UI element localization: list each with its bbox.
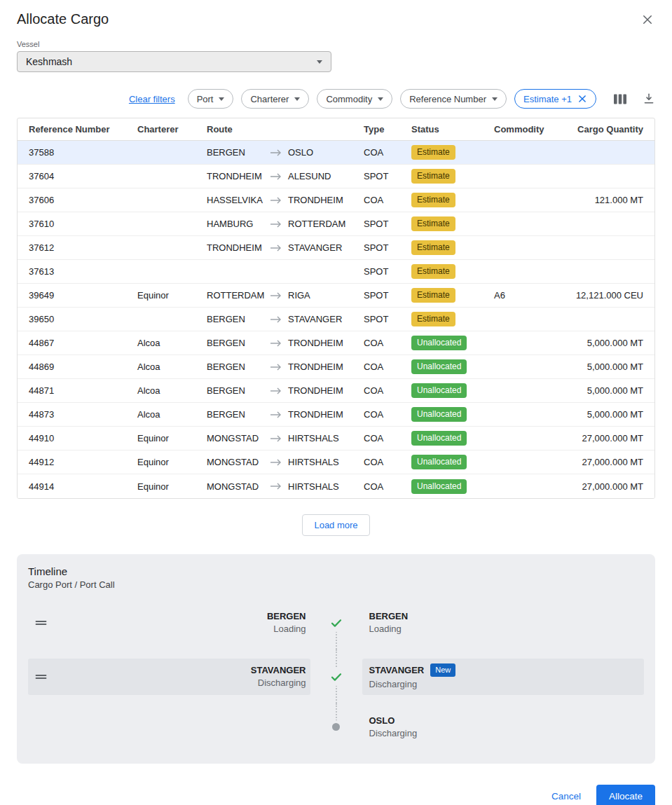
port-name: STAVANGER: [251, 665, 306, 675]
charterer-cell: Equinor: [126, 481, 196, 492]
columns-icon[interactable]: [613, 93, 627, 105]
route-origin: BERGEN: [207, 362, 270, 372]
timeline-title: Timeline: [28, 565, 644, 577]
timeline-right-cell: BERGENLoading: [362, 605, 645, 641]
reference-number-cell: 44914: [18, 481, 126, 492]
table-row[interactable]: 37612TRONDHEIMSTAVANGERSPOTEstimate: [18, 236, 654, 260]
table-row[interactable]: 39649EquinorROTTERDAMRIGASPOTEstimateA61…: [18, 284, 654, 308]
route-cell: ROTTERDAMRIGA: [196, 290, 352, 301]
timeline-right-text: STAVANGERNewDischarging: [369, 663, 456, 689]
timeline-connector: [310, 703, 362, 750]
filter-chip-reference-number[interactable]: Reference Number: [400, 89, 507, 109]
status-badge: Unallocated: [411, 336, 467, 350]
type-cell: SPOT: [352, 219, 400, 229]
table-row[interactable]: 44869AlcoaBERGENTRONDHEIMCOAUnallocated5…: [18, 355, 654, 379]
table-row[interactable]: 44914EquinorMONGSTADHIRTSHALSCOAUnalloca…: [18, 474, 654, 498]
status-badge: Estimate: [411, 193, 455, 207]
column-header-route: Route: [196, 124, 352, 135]
route-origin: BERGEN: [207, 338, 270, 348]
route-destination: HIRTSHALS: [288, 457, 339, 467]
timeline-right-text: BERGENLoading: [369, 611, 409, 634]
cargo-quantity-cell: 5,000.000 MT: [553, 362, 654, 372]
table-row[interactable]: 37604TRONDHEIMALESUNDSPOTEstimate: [18, 165, 654, 188]
table-row[interactable]: 37610HAMBURGROTTERDAMSPOTEstimate: [18, 212, 654, 236]
clear-filters-link[interactable]: Clear filters: [129, 94, 175, 104]
status-cell: Estimate: [400, 216, 483, 231]
cancel-button[interactable]: Cancel: [542, 785, 591, 805]
port-call-type: Loading: [369, 624, 409, 634]
port-call-type: Discharging: [369, 728, 418, 738]
table-row[interactable]: 44871AlcoaBERGENTRONDHEIMCOAUnallocated5…: [18, 379, 654, 403]
arrow-right-icon: [270, 482, 288, 490]
reference-number-cell: 39649: [18, 290, 126, 301]
route-destination: TRONDHEIM: [288, 409, 343, 420]
chevron-down-icon: [294, 97, 300, 101]
filter-chip-port[interactable]: Port: [188, 89, 234, 109]
route-origin: MONGSTAD: [207, 481, 270, 492]
status-cell: Estimate: [400, 312, 483, 326]
status-badge: Unallocated: [411, 455, 467, 469]
cargo-quantity-cell: 5,000.000 MT: [553, 385, 654, 396]
charterer-cell: Alcoa: [126, 385, 196, 396]
status-cell: Unallocated: [400, 407, 483, 422]
charterer-cell: Alcoa: [126, 362, 196, 372]
filter-chip-charterer[interactable]: Charterer: [241, 89, 309, 109]
table-row[interactable]: 44867AlcoaBERGENTRONDHEIMCOAUnallocated5…: [18, 331, 654, 355]
status-cell: Estimate: [400, 145, 483, 160]
status-cell: Unallocated: [400, 359, 483, 374]
arrow-right-icon: [270, 339, 288, 348]
port-call-type: Loading: [267, 624, 306, 634]
filter-chip-estimate-1[interactable]: Estimate +1: [514, 89, 596, 109]
route-origin: MONGSTAD: [207, 433, 270, 443]
route-cell: BERGENOSLO: [196, 147, 352, 158]
status-cell: Unallocated: [400, 455, 483, 469]
close-icon[interactable]: [577, 94, 587, 104]
table-row[interactable]: 39650BERGENSTAVANGERSPOTEstimate: [18, 308, 654, 331]
table-row[interactable]: 37606HASSELVIKATRONDHEIMCOAEstimate121.0…: [18, 188, 654, 212]
status-badge: Unallocated: [411, 359, 467, 374]
cargo-quantity-cell: 121.000 MT: [553, 195, 654, 205]
table-row[interactable]: 44910EquinorMONGSTADHIRTSHALSCOAUnalloca…: [18, 427, 654, 450]
filter-chip-label: Commodity: [326, 94, 372, 104]
timeline-row[interactable]: STAVANGERDischargingSTAVANGERNewDischarg…: [28, 649, 644, 703]
status-badge: Unallocated: [411, 407, 467, 422]
load-more-button[interactable]: Load more: [302, 514, 369, 536]
table-row[interactable]: 44912EquinorMONGSTADHIRTSHALSCOAUnalloca…: [18, 450, 654, 474]
timeline-row[interactable]: BERGENLoadingBERGENLoading: [28, 596, 644, 649]
table-row[interactable]: 44873AlcoaBERGENTRONDHEIMCOAUnallocated5…: [18, 403, 654, 427]
drag-handle-icon[interactable]: [35, 673, 47, 681]
route-destination: OSLO: [288, 147, 313, 158]
allocate-button[interactable]: Allocate: [596, 785, 655, 805]
table-actions: [613, 92, 655, 105]
route-origin: MONGSTAD: [207, 457, 270, 467]
status-cell: Estimate: [400, 264, 483, 279]
vessel-select[interactable]: Keshmash: [17, 51, 331, 72]
route-cell: TRONDHEIMALESUND: [196, 171, 352, 181]
timeline-connector: [310, 596, 362, 649]
route-destination: TRONDHEIM: [288, 195, 343, 205]
timeline-right-text: OSLODischarging: [369, 715, 418, 738]
route-origin: TRONDHEIM: [207, 171, 270, 181]
table-row[interactable]: 37613SPOTEstimate: [18, 260, 654, 284]
status-badge: Estimate: [411, 240, 455, 255]
timeline-left-text: BERGENLoading: [267, 611, 306, 634]
route-origin: HASSELVIKA: [207, 195, 270, 205]
column-header-type: Type: [352, 124, 400, 135]
port-name: OSLO: [369, 715, 395, 726]
reference-number-cell: 44873: [18, 409, 126, 420]
timeline-left-text: STAVANGERDischarging: [251, 665, 306, 688]
route-destination: HIRTSHALS: [288, 481, 339, 492]
status-cell: Unallocated: [400, 336, 483, 350]
table-row[interactable]: 37588BERGENOSLOCOAEstimate: [18, 141, 654, 165]
reference-number-cell: 44869: [18, 362, 126, 372]
table-body: 37588BERGENOSLOCOAEstimate37604TRONDHEIM…: [18, 141, 654, 498]
download-icon[interactable]: [643, 92, 655, 105]
close-icon[interactable]: [640, 12, 655, 27]
drag-handle-icon[interactable]: [35, 619, 47, 627]
status-cell: Estimate: [400, 240, 483, 255]
filter-chip-commodity[interactable]: Commodity: [317, 89, 392, 109]
arrow-right-icon: [270, 244, 288, 252]
cargo-quantity-cell: 12,121.000 CEU: [553, 290, 654, 301]
timeline-row[interactable]: OSLODischarging: [28, 703, 644, 750]
reference-number-cell: 44910: [18, 433, 126, 443]
